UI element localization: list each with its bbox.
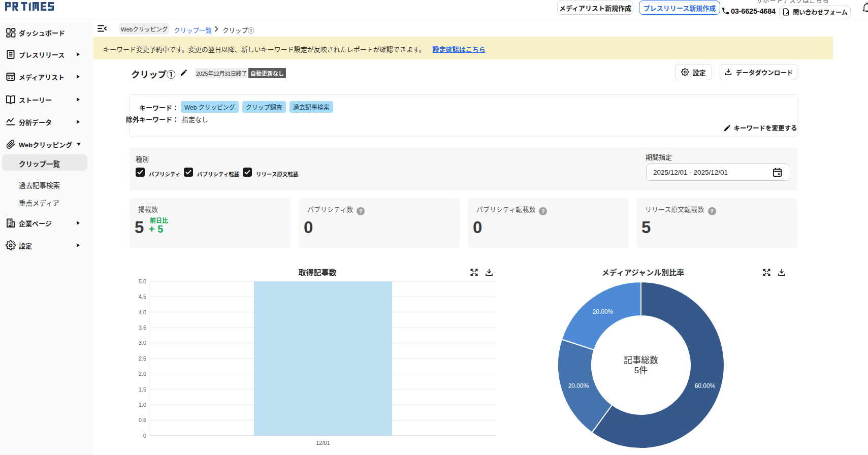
svg-text:2.5: 2.5	[139, 355, 146, 362]
svg-text:20.00%: 20.00%	[593, 308, 614, 315]
svg-text:4.5: 4.5	[139, 294, 146, 300]
svg-text:3.0: 3.0	[139, 340, 146, 346]
svg-text:1.5: 1.5	[139, 386, 146, 393]
svg-text:1.0: 1.0	[139, 402, 146, 408]
svg-text:4.0: 4.0	[139, 309, 146, 315]
svg-text:0.5: 0.5	[139, 417, 146, 423]
svg-text:5.0: 5.0	[139, 278, 146, 284]
svg-text:0: 0	[143, 433, 146, 439]
svg-text:2.0: 2.0	[139, 371, 146, 377]
svg-text:60.00%: 60.00%	[695, 382, 716, 389]
svg-text:12/01: 12/01	[316, 440, 330, 446]
svg-text:3.5: 3.5	[139, 324, 146, 331]
svg-text:5件: 5件	[634, 366, 648, 375]
svg-text:記事総数: 記事総数	[624, 355, 658, 365]
svg-text:20.00%: 20.00%	[568, 382, 589, 389]
